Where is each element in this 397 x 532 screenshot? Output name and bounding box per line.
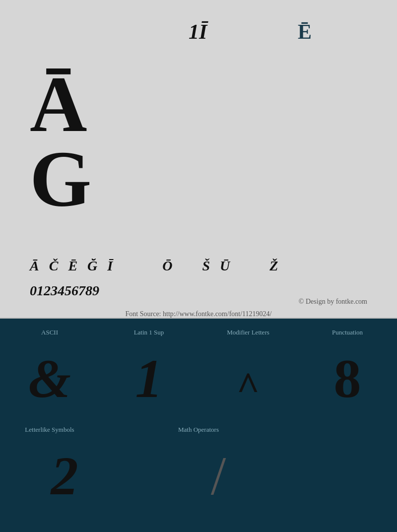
- design-credit: © Design by fontke.com: [299, 298, 367, 306]
- char-row: Ā Č Ē Ğ Ī Ō Š Ū Ž: [30, 258, 278, 274]
- glyph-caret: ^: [237, 366, 260, 406]
- glyph-cell-ampersand: &: [5, 351, 94, 406]
- char-s-caron: Š: [202, 258, 210, 274]
- category-ascii: ASCII: [20, 329, 79, 336]
- numbers-row: 0123456789: [30, 283, 99, 299]
- char-o-macron: Ō: [162, 258, 172, 274]
- glyphs-row1: & 1 ^ 8: [0, 341, 397, 416]
- number-1i-display: 1Ī: [189, 20, 207, 44]
- font-source: Font Source: http://www.fontke.com/font/…: [126, 310, 272, 318]
- char-i-macron: Ī: [107, 258, 113, 274]
- category-punctuation: Punctuation: [318, 329, 377, 336]
- category-letterlike: Letterlike Symbols: [20, 426, 79, 434]
- category-labels-row2: Letterlike Symbols Math Operators: [0, 416, 397, 439]
- glyph-slash: /: [211, 449, 226, 503]
- char-u-macron: Ū: [220, 258, 230, 274]
- category-modifier: Modifier Letters: [218, 329, 278, 336]
- glyph-one: 1: [135, 351, 163, 406]
- glyph-cell-caret: ^: [203, 366, 293, 406]
- glyph-cell-8: 8: [303, 351, 392, 406]
- char-c-caron: Č: [49, 258, 59, 274]
- glyph-cell-1: 1: [104, 351, 194, 406]
- category-labels-row1: ASCII Latin 1 Sup Modifier Letters Punct…: [0, 319, 397, 341]
- category-mathops: Math Operators: [169, 426, 228, 434]
- category-latin1sup: Latin 1 Sup: [119, 329, 179, 336]
- top-section: 1Ī Ē Ā G Ā Č Ē Ğ Ī Ō Š Ū Ž 0123456789 © …: [0, 0, 397, 318]
- glyph-cell-2: 2: [20, 449, 109, 503]
- glyph-ampersand: &: [28, 351, 71, 406]
- char-a-macron: Ā: [30, 258, 39, 274]
- glyphs-row2: 2 /: [0, 439, 397, 513]
- char-z-caron: Ž: [269, 258, 278, 274]
- bottom-section: ASCII Latin 1 Sup Modifier Letters Punct…: [0, 319, 397, 532]
- char-e-macron: Ē: [68, 258, 77, 274]
- ebar-display: Ē: [298, 20, 312, 44]
- glyph-eight: 8: [334, 351, 361, 406]
- large-letters: Ā G: [30, 65, 91, 218]
- char-g-breve: Ğ: [87, 258, 97, 274]
- glyph-cell-slash: /: [174, 449, 263, 503]
- large-letter-g: G: [30, 139, 91, 218]
- large-letter-a: Ā: [30, 65, 91, 144]
- glyph-two: 2: [51, 449, 78, 503]
